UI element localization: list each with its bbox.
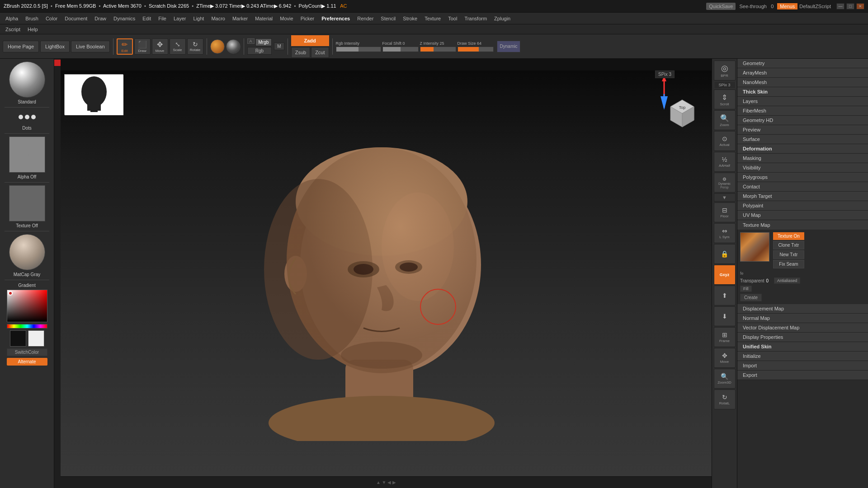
canvas-wrapper[interactable]: Top SPix 3 ▲ ▼ ◀ ▶ — [61, 59, 712, 488]
menu-layer[interactable]: Layer — [170, 15, 190, 22]
brush-preview[interactable] — [9, 61, 45, 98]
zoom3d-button[interactable]: 🔍 Zoom3D — [714, 369, 736, 389]
layers-item[interactable]: Layers — [737, 97, 868, 106]
alpha-preview[interactable]: ◻ — [9, 136, 45, 173]
menu-movie[interactable]: Movie — [276, 15, 297, 22]
zoom-button[interactable]: 🔍 Zoom — [714, 110, 736, 130]
menus-button[interactable]: Menus — [777, 3, 797, 9]
contact-item[interactable]: Contact — [737, 182, 868, 192]
menu-brush[interactable]: Brush — [22, 15, 42, 22]
material-sphere[interactable] — [210, 39, 225, 54]
dynamic-button[interactable]: Dynamic — [497, 41, 521, 52]
zcut-button[interactable]: Zcut — [311, 47, 329, 58]
quicksave-btn[interactable]: QuickSave — [706, 3, 736, 10]
gxyz-button[interactable]: Gxyz — [714, 265, 736, 285]
menu-render[interactable]: Render — [354, 15, 377, 22]
menu-material[interactable]: Material — [251, 15, 276, 22]
menu-draw[interactable]: Draw — [91, 15, 110, 22]
vector-displacement-map-item[interactable]: Vector Displacement Map — [737, 323, 868, 333]
menu-help[interactable]: Help — [24, 26, 42, 33]
menu-document[interactable]: Document — [61, 15, 91, 22]
home-page-button[interactable]: Home Page — [3, 41, 39, 52]
clone-txtr-button[interactable]: Clone Txtr — [773, 241, 804, 249]
head-icon-1[interactable]: ⬆ — [714, 286, 736, 305]
render-sphere[interactable] — [226, 39, 241, 54]
m-button[interactable]: M — [274, 42, 284, 50]
texture-map-header[interactable]: Texture Map — [737, 221, 868, 230]
menu-transform[interactable]: Transform — [461, 15, 491, 22]
fix-seam-button[interactable]: Fix Seam — [773, 260, 804, 268]
live-boolean-button[interactable]: Live Boolean — [71, 41, 110, 52]
texture-on-button[interactable]: Texture On — [773, 232, 804, 240]
displacement-map-item[interactable]: Displacement Map — [737, 304, 868, 314]
menu-file[interactable]: File — [155, 15, 170, 22]
menu-alpha[interactable]: Alpha — [2, 15, 22, 22]
head-preview-thumbnail[interactable] — [64, 74, 123, 115]
move-button[interactable]: ✥ Move — [152, 38, 168, 55]
head-icon-2[interactable]: ⬇ — [714, 306, 736, 326]
menu-dynamics[interactable]: Dynamics — [110, 15, 139, 22]
maximize-button[interactable]: □ — [846, 3, 854, 9]
mrgb-button[interactable]: Mrgb — [255, 38, 272, 46]
normal-map-item[interactable]: Normal Map — [737, 314, 868, 323]
canvas-inner[interactable]: Top SPix 3 — [61, 70, 712, 488]
polypaint-item[interactable]: Polypaint — [737, 201, 868, 211]
foreground-color[interactable] — [10, 330, 26, 347]
morph-target-item[interactable]: Morph Target — [737, 192, 868, 201]
surface-item[interactable]: Surface — [737, 135, 868, 144]
menu-tool[interactable]: Tool — [444, 15, 461, 22]
rgb-button[interactable]: Rgb — [247, 47, 272, 55]
menu-marker[interactable]: Marker — [229, 15, 251, 22]
chevron-button[interactable]: ▼ — [714, 193, 736, 202]
menu-stencil[interactable]: Stencil — [377, 15, 399, 22]
rotate-button[interactable]: ↻ Rotate — [187, 38, 203, 55]
new-txtr-button[interactable]: New Txtr — [773, 250, 804, 259]
menu-zplugin[interactable]: Zplugin — [491, 15, 514, 22]
close-button[interactable]: ✕ — [856, 3, 864, 9]
stroke-preview[interactable] — [9, 110, 45, 124]
polygroups-item[interactable]: Polygroups — [737, 173, 868, 182]
z-intensity-slider[interactable] — [420, 47, 456, 52]
menu-light[interactable]: Light — [190, 15, 208, 22]
rotate-rt-button[interactable]: ↻ RotatL — [714, 389, 736, 409]
lightbox-button[interactable]: LightBox — [40, 41, 70, 52]
menu-edit[interactable]: Edit — [139, 15, 155, 22]
nav-cube[interactable]: Top — [666, 98, 698, 129]
arraymesh-item[interactable]: ArrayMesh — [737, 68, 868, 78]
move-rt-button[interactable]: ✥ Move — [714, 348, 736, 368]
focal-shift-slider[interactable] — [382, 47, 419, 52]
sym-button[interactable]: ⇔ L Sym — [714, 223, 736, 243]
aahalf-button[interactable]: ½ AAHalf — [714, 152, 736, 172]
menu-texture[interactable]: Texture — [421, 15, 444, 22]
export-item[interactable]: Export — [737, 371, 868, 380]
frame-button[interactable]: ⊞ Frame — [714, 327, 736, 347]
texture-preview[interactable] — [9, 185, 45, 221]
background-color[interactable] — [28, 330, 44, 347]
unified-skin-item[interactable]: Unified Skin — [737, 342, 868, 352]
geometry-item[interactable]: Geometry — [737, 59, 868, 68]
minimize-button[interactable]: — — [836, 3, 844, 9]
menu-macro[interactable]: Macro — [208, 15, 229, 22]
alternate-button[interactable]: Alternate — [7, 358, 47, 366]
preview-item[interactable]: Preview — [737, 125, 868, 135]
menu-color[interactable]: Color — [42, 15, 61, 22]
menu-stroke[interactable]: Stroke — [399, 15, 421, 22]
draw-size-slider[interactable] — [458, 47, 494, 52]
rgb-intensity-slider[interactable] — [336, 47, 381, 52]
thick-skin-item[interactable]: Thick Skin — [737, 87, 868, 97]
masking-item[interactable]: Masking — [737, 154, 868, 163]
create-button[interactable]: Create — [740, 294, 762, 301]
scroll-button[interactable]: ⇕ Scroll — [714, 89, 736, 109]
zsub-button[interactable]: Zsub — [291, 47, 310, 58]
fibermesh-item[interactable]: FiberMesh — [737, 106, 868, 116]
display-properties-item[interactable]: Display Properties — [737, 333, 868, 342]
fill-button[interactable]: Fill — [740, 286, 752, 292]
bpr-button[interactable]: ◎ BPR — [714, 61, 736, 80]
geometry-hd-item[interactable]: Geometry HD — [737, 116, 868, 125]
visibility-item[interactable]: Visibility — [737, 163, 868, 173]
scale-button[interactable]: ⤡ Scale — [170, 38, 186, 55]
menu-picker[interactable]: Picker — [297, 15, 318, 22]
texture-thumbnail[interactable] — [740, 232, 769, 262]
antialiased-button[interactable]: Antialiased — [774, 277, 800, 284]
switch-color-button[interactable]: SwitchColor — [7, 348, 47, 356]
